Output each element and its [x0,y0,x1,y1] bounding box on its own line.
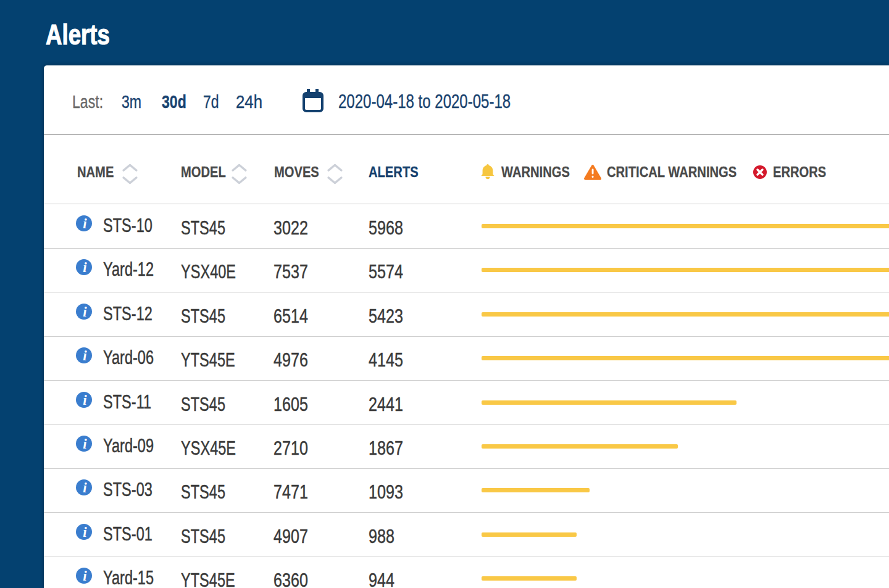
svg-text:i: i [83,260,87,275]
svg-text:i: i [83,216,87,231]
svg-text:i: i [83,436,87,452]
svg-text:i: i [83,524,87,540]
svg-text:i: i [83,480,87,495]
svg-text:i: i [83,568,87,584]
svg-text:i: i [83,304,87,320]
svg-text:i: i [83,348,87,363]
svg-text:i: i [83,392,87,408]
